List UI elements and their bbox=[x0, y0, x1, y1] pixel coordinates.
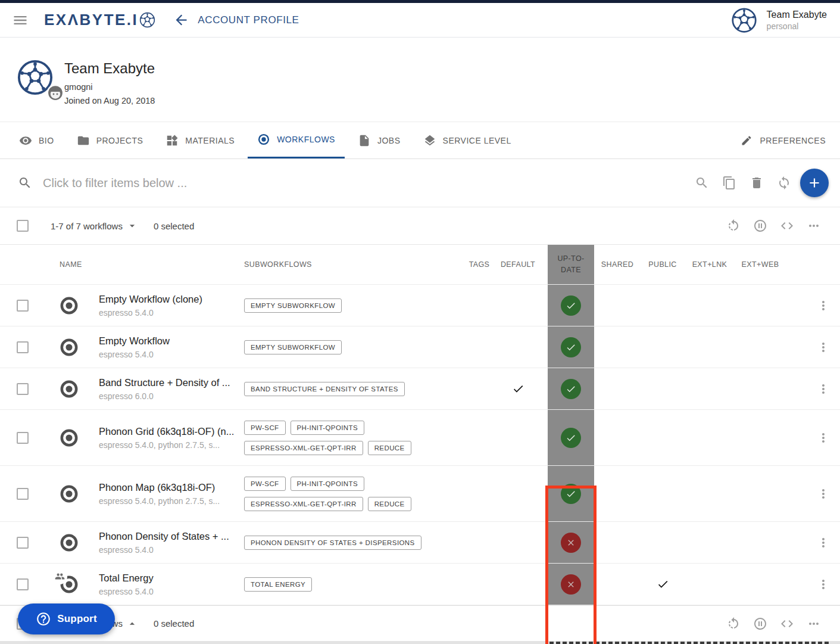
brand-logo[interactable]: EXΛBYTE.I bbox=[44, 11, 155, 29]
column-header-name[interactable]: NAME bbox=[52, 245, 244, 284]
widgets-icon bbox=[165, 134, 179, 147]
support-button[interactable]: Support bbox=[18, 603, 115, 634]
public-cell bbox=[641, 564, 685, 605]
search-action-button[interactable] bbox=[695, 176, 709, 190]
row-menu-button[interactable] bbox=[816, 298, 830, 313]
tab-service-level[interactable]: SERVICE LEVEL bbox=[414, 122, 521, 158]
more-vert-icon bbox=[816, 431, 830, 445]
column-header-ext-lnk[interactable]: EXT+LNK bbox=[685, 245, 735, 284]
more-actions-button[interactable] bbox=[807, 219, 821, 233]
subworkflow-chip[interactable]: REDUCE bbox=[368, 497, 411, 511]
row-checkbox[interactable] bbox=[17, 578, 29, 590]
subworkflow-chip[interactable]: PW-SCF bbox=[244, 477, 286, 491]
pause-button[interactable] bbox=[753, 617, 767, 631]
select-all-checkbox[interactable] bbox=[17, 220, 29, 232]
column-header-up-to-date[interactable]: UP-TO-DATE bbox=[548, 245, 594, 284]
account-switcher[interactable]: Team Exabyte personal bbox=[731, 7, 840, 33]
tab-materials[interactable]: MATERIALS bbox=[156, 122, 244, 158]
workflow-name[interactable]: Total Energy bbox=[99, 573, 154, 584]
undo-button[interactable] bbox=[726, 617, 741, 631]
shared-cell bbox=[594, 285, 641, 326]
workflow-name[interactable]: Empty Workflow (clone) bbox=[99, 294, 202, 305]
column-header-shared[interactable]: SHARED bbox=[594, 245, 641, 284]
subworkflow-chip[interactable]: PH-INIT-QPOINTS bbox=[291, 421, 364, 435]
account-name: Team Exabyte bbox=[767, 10, 827, 20]
check-icon bbox=[566, 300, 576, 311]
column-header-public[interactable]: PUBLIC bbox=[641, 245, 685, 284]
tab-projects[interactable]: PROJECTS bbox=[67, 122, 153, 158]
workflow-name[interactable]: Band Structure + Density of ... bbox=[99, 377, 230, 388]
workflow-name[interactable]: Phonon Density of States + ... bbox=[99, 531, 229, 542]
row-menu-button[interactable] bbox=[816, 340, 830, 354]
column-header-default[interactable]: DEFAULT bbox=[500, 245, 548, 284]
code-view-button[interactable] bbox=[780, 219, 794, 233]
row-checkbox[interactable] bbox=[17, 383, 29, 395]
list-actions-bottom bbox=[726, 606, 821, 641]
header-checkbox-spacer bbox=[0, 245, 52, 284]
subworkflow-chip[interactable]: PW-SCF bbox=[244, 421, 286, 435]
workflow-type-icon bbox=[59, 533, 79, 553]
subworkflow-chip[interactable]: EMPTY SUBWORKFLOW bbox=[244, 340, 342, 354]
row-menu-button[interactable] bbox=[816, 382, 830, 396]
profile-username: gmogni bbox=[64, 82, 155, 92]
row-checkbox[interactable] bbox=[17, 488, 29, 500]
row-menu-button[interactable] bbox=[816, 431, 830, 445]
subworkflow-chip[interactable]: REDUCE bbox=[368, 441, 411, 455]
add-workflow-button[interactable] bbox=[800, 169, 829, 197]
row-spacer bbox=[786, 564, 807, 605]
pagination-range-dropdown[interactable]: 1-7 of 7 workflows bbox=[51, 220, 138, 232]
refresh-button[interactable] bbox=[777, 176, 791, 190]
code-view-button[interactable] bbox=[780, 617, 794, 631]
subworkflow-chip[interactable]: EMPTY SUBWORKFLOW bbox=[244, 298, 342, 313]
row-checkbox[interactable] bbox=[17, 341, 29, 353]
menu-button[interactable] bbox=[12, 12, 29, 29]
row-checkbox[interactable] bbox=[17, 537, 29, 549]
copy-icon bbox=[722, 176, 736, 190]
row-menu-button[interactable] bbox=[816, 536, 830, 550]
subworkflow-chip[interactable]: ESPRESSO-XML-GET-QPT-IRR bbox=[244, 441, 363, 455]
default-cell bbox=[500, 564, 548, 605]
chevron-up-icon bbox=[126, 618, 138, 630]
column-header-tags[interactable]: TAGS bbox=[458, 245, 500, 284]
column-header-ext-web[interactable]: EXT+WEB bbox=[735, 245, 786, 284]
tabs-spacer bbox=[524, 122, 732, 158]
filter-input[interactable] bbox=[43, 176, 412, 190]
column-header-subworkflows[interactable]: SUBWORKFLOWS bbox=[244, 245, 458, 284]
more-actions-button[interactable] bbox=[807, 617, 821, 631]
subworkflow-chip[interactable]: ESPRESSO-XML-GET-QPT-IRR bbox=[244, 497, 363, 511]
pause-button[interactable] bbox=[753, 219, 767, 233]
filter-actions bbox=[695, 159, 791, 207]
more-vert-icon bbox=[816, 487, 830, 501]
row-checkbox[interactable] bbox=[17, 432, 29, 444]
tab-label: WORKFLOWS bbox=[277, 135, 335, 144]
tags-cell bbox=[458, 466, 500, 521]
outdated-x-badge bbox=[561, 574, 581, 595]
workflow-name[interactable]: Phonon Grid (6k3q18i-OF) (n... bbox=[99, 426, 234, 437]
row-menu-button[interactable] bbox=[816, 577, 830, 592]
up-to-date-cell bbox=[548, 564, 594, 605]
tab-bio[interactable]: BIO bbox=[10, 122, 64, 158]
subworkflow-chip[interactable]: BAND STRUCTURE + DENSITY OF STATES bbox=[244, 382, 405, 396]
workflow-type-icon bbox=[59, 428, 79, 448]
workflow-name[interactable]: Phonon Map (6k3q18i-OF) bbox=[99, 482, 215, 493]
default-cell bbox=[500, 368, 548, 409]
copy-button[interactable] bbox=[722, 176, 736, 190]
back-button[interactable] bbox=[173, 12, 189, 28]
preferences-button[interactable]: PREFERENCES bbox=[731, 122, 840, 158]
tab-workflows[interactable]: WORKFLOWS bbox=[248, 122, 345, 158]
row-spacer bbox=[786, 522, 807, 563]
subworkflow-chip[interactable]: TOTAL ENERGY bbox=[244, 577, 312, 592]
row-menu-button[interactable] bbox=[816, 487, 830, 501]
subworkflow-chip[interactable]: PH-INIT-QPOINTS bbox=[291, 477, 364, 491]
row-checkbox[interactable] bbox=[17, 300, 29, 312]
delete-button[interactable] bbox=[750, 176, 764, 190]
page-title: ACCOUNT PROFILE bbox=[198, 14, 299, 26]
ext-lnk-cell bbox=[685, 410, 735, 465]
undo-button[interactable] bbox=[726, 219, 741, 233]
workflow-name[interactable]: Empty Workflow bbox=[99, 335, 170, 347]
tab-jobs[interactable]: JOBS bbox=[348, 122, 410, 158]
header-spacer bbox=[786, 245, 807, 284]
code-icon bbox=[780, 617, 794, 631]
subworkflow-chip[interactable]: PHONON DENSITY OF STATES + DISPERSIONS bbox=[244, 536, 421, 550]
workflows-table: NAME SUBWORKFLOWS TAGS DEFAULT UP-TO-DAT… bbox=[0, 244, 840, 605]
